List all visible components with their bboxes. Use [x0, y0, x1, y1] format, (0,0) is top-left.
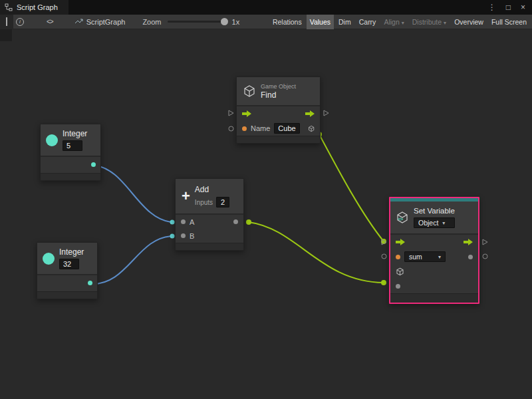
variable-output-port[interactable]: [468, 255, 473, 259]
set-variable-icon: <>: [396, 211, 409, 224]
info-button[interactable]: i: [13, 15, 27, 29]
toolbar-button-align[interactable]: Align▾: [380, 15, 407, 29]
menu-icon[interactable]: ⋮: [488, 3, 496, 12]
flow-input-triangle-port[interactable]: [228, 110, 234, 116]
align-label: Align: [384, 18, 399, 26]
name-value-field[interactable]: Cube: [274, 123, 299, 134]
add-output-port[interactable]: [233, 219, 238, 224]
chevron-down-icon: ▾: [438, 254, 441, 260]
graph-reference[interactable]: ScriptGraph: [74, 18, 126, 26]
name-input-circle-port[interactable]: [381, 253, 387, 259]
variable-kind-value: Object: [418, 219, 438, 227]
info-icon: i: [16, 18, 24, 26]
toolbar-button-distribute[interactable]: Distribute▾: [409, 15, 450, 29]
lock-icon: [6, 18, 7, 26]
node-footer: [237, 136, 320, 143]
integer-type-icon: [46, 134, 58, 146]
chevron-down-icon: ▾: [444, 20, 446, 26]
distribute-label: Distribute: [412, 18, 442, 26]
add-input-b-port[interactable]: [181, 233, 186, 238]
code-icon[interactable]: <>: [47, 18, 53, 25]
toolbar-button-overview[interactable]: Overview: [451, 15, 487, 29]
chevron-down-icon: ▾: [442, 220, 445, 226]
node-integer-bottom[interactable]: Integer 32: [37, 242, 98, 299]
variable-name-input-port[interactable]: [396, 255, 400, 259]
chevron-down-icon: ▾: [402, 20, 404, 26]
game-object-cube-icon: [243, 84, 256, 98]
flow-output-triangle-port[interactable]: [323, 110, 329, 116]
inputs-label: Inputs: [195, 199, 213, 206]
flow-output-arrow-icon[interactable]: [464, 239, 473, 245]
zoom-slider[interactable]: [168, 21, 226, 23]
flow-input-arrow-icon[interactable]: [242, 110, 251, 117]
node-footer: [41, 173, 100, 180]
graph-canvas[interactable]: Integer 5 Integer 32: [0, 0, 532, 399]
edge-endpoint: [381, 280, 386, 285]
edge-endpoint: [170, 220, 175, 225]
add-input-a-label: A: [190, 218, 194, 226]
maximize-icon[interactable]: □: [506, 3, 511, 12]
integer-value-field[interactable]: 32: [59, 259, 79, 269]
edge-endpoint: [170, 234, 175, 239]
close-icon[interactable]: ×: [521, 3, 525, 12]
integer-value-field[interactable]: 5: [63, 140, 82, 151]
flow-output-triangle-port[interactable]: [482, 239, 488, 245]
node-set-variable[interactable]: <> Set Variable Object ▾ sum ▾: [389, 197, 479, 304]
variable-name-value: sum: [409, 253, 422, 261]
node-footer: [176, 243, 243, 250]
zoom-slider-thumb[interactable]: [221, 18, 228, 25]
value-input-port[interactable]: [396, 284, 400, 289]
toolbar-button-values[interactable]: Values: [307, 15, 334, 29]
edge-integer32-to-add-b[interactable]: [90, 236, 172, 284]
integer-type-icon: [43, 253, 55, 265]
node-title: Integer: [63, 129, 87, 138]
window-title: Script Graph: [17, 3, 58, 11]
toolbar-button-carry[interactable]: Carry: [356, 15, 380, 29]
name-input-circle-port[interactable]: [228, 126, 234, 132]
node-find[interactable]: Game Object Find Name Cube: [236, 76, 321, 144]
variable-kind-dropdown[interactable]: Object ▾: [414, 217, 455, 228]
graph-name-label: ScriptGraph: [86, 18, 126, 26]
toolbar-button-dim[interactable]: Dim: [335, 15, 354, 29]
script-graph-icon: [5, 3, 13, 11]
node-title: Set Variable: [414, 207, 455, 215]
zoom-label: Zoom: [142, 18, 161, 26]
inputs-count-field[interactable]: 2: [216, 197, 229, 207]
name-port-label: Name: [251, 124, 270, 132]
canvas-corner: [0, 29, 12, 41]
integer-output-port[interactable]: [91, 162, 96, 167]
add-plus-icon: +: [182, 190, 190, 203]
node-footer: [37, 291, 97, 299]
lock-button[interactable]: [0, 15, 13, 29]
variable-name-dropdown[interactable]: sum ▾: [404, 251, 446, 262]
title-bar: Script Graph ⋮ □ ×: [0, 0, 532, 15]
string-input-port[interactable]: [242, 126, 247, 131]
edge-add-to-setvariable-value[interactable]: [249, 222, 384, 283]
graph-ref-icon: [74, 18, 83, 25]
node-integer-top[interactable]: Integer 5: [40, 124, 101, 181]
toolbar-button-relations[interactable]: Relations: [269, 15, 305, 29]
flow-input-triangle-port[interactable]: [381, 239, 387, 245]
toolbar: i <> ScriptGraph Zoom 1x Relations Value…: [0, 15, 532, 29]
edge-endpoint: [246, 219, 251, 225]
edge-integer5-to-add-a[interactable]: [94, 166, 172, 222]
node-footer: [390, 293, 478, 303]
add-input-a-port[interactable]: [181, 219, 186, 224]
node-category: Game Object: [261, 83, 296, 90]
node-title: Add: [195, 185, 229, 194]
toolbar-button-fullscreen[interactable]: Full Screen: [488, 15, 530, 29]
gameobject-output-port-icon[interactable]: [308, 124, 315, 133]
node-add[interactable]: + Add Inputs 2 A B: [175, 178, 244, 251]
edge-find-to-setvariable[interactable]: [319, 134, 384, 241]
node-title: Integer: [59, 247, 84, 257]
tab-script-graph[interactable]: Script Graph: [0, 0, 68, 15]
object-target-port-icon[interactable]: [396, 267, 404, 276]
flow-output-arrow-icon[interactable]: [305, 110, 315, 117]
flow-input-arrow-icon[interactable]: [396, 239, 405, 245]
zoom-value: 1x: [232, 18, 240, 26]
node-title: Find: [261, 90, 296, 100]
add-input-b-label: B: [190, 232, 194, 240]
integer-output-port[interactable]: [88, 281, 92, 285]
output-circle-port[interactable]: [482, 253, 488, 259]
